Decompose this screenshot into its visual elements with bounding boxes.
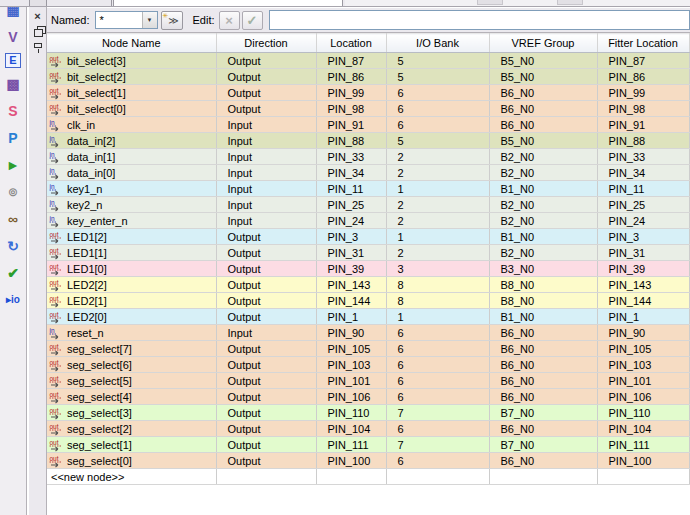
- fitter-location-cell[interactable]: PIN_90: [597, 325, 689, 341]
- fitter-location-cell[interactable]: PIN_100: [597, 453, 689, 469]
- fitter-location-cell[interactable]: PIN_39: [597, 261, 689, 277]
- node-name-cell[interactable]: <<new node>>: [47, 469, 216, 485]
- vref-group-cell[interactable]: B2_N0: [489, 165, 597, 181]
- fitter-location-cell[interactable]: PIN_105: [597, 341, 689, 357]
- io-bank-cell[interactable]: 2: [386, 149, 489, 165]
- fitter-location-cell[interactable]: PIN_143: [597, 277, 689, 293]
- location-cell[interactable]: PIN_99: [316, 85, 386, 101]
- io-bank-cell[interactable]: 1: [386, 309, 489, 325]
- direction-cell[interactable]: Input: [216, 181, 316, 197]
- fitter-location-cell[interactable]: PIN_91: [597, 117, 689, 133]
- col-header-vref-group[interactable]: VREF Group: [489, 34, 597, 53]
- vref-group-cell[interactable]: B6_N0: [489, 85, 597, 101]
- direction-cell[interactable]: Output: [216, 69, 316, 85]
- direction-cell[interactable]: Output: [216, 53, 316, 69]
- chevron-down-icon[interactable]: ▼: [142, 12, 157, 28]
- fitter-location-cell[interactable]: PIN_24: [597, 213, 689, 229]
- direction-cell[interactable]: Input: [216, 197, 316, 213]
- find-binoculars-icon[interactable]: ∞: [2, 208, 24, 230]
- table-row[interactable]: out LED2[1] Output PIN_144 8 B8_N0 PIN_1…: [47, 293, 689, 309]
- direction-cell[interactable]: Output: [216, 101, 316, 117]
- vref-group-cell[interactable]: B6_N0: [489, 101, 597, 117]
- node-name-cell[interactable]: in data_in[2]: [47, 133, 216, 149]
- table-row[interactable]: out LED2[2] Output PIN_143 8 B8_N0 PIN_1…: [47, 277, 689, 293]
- direction-cell[interactable]: Input: [216, 213, 316, 229]
- node-name-cell[interactable]: out LED1[0]: [47, 261, 216, 277]
- node-name-cell[interactable]: out seg_select[3]: [47, 405, 216, 421]
- fitter-location-cell[interactable]: PIN_87: [597, 53, 689, 69]
- fitter-location-cell[interactable]: PIN_99: [597, 85, 689, 101]
- direction-cell[interactable]: Input: [216, 325, 316, 341]
- vref-group-cell[interactable]: B2_N0: [489, 245, 597, 261]
- programmer-device-icon[interactable]: ►: [2, 154, 24, 176]
- fitter-location-cell[interactable]: PIN_31: [597, 245, 689, 261]
- direction-cell[interactable]: Output: [216, 277, 316, 293]
- vref-group-cell[interactable]: B6_N0: [489, 389, 597, 405]
- edit-value-field[interactable]: [269, 10, 690, 30]
- record-nodes-icon[interactable]: ◎: [2, 181, 24, 203]
- location-cell[interactable]: PIN_104: [316, 421, 386, 437]
- direction-cell[interactable]: Output: [216, 85, 316, 101]
- location-cell[interactable]: PIN_25: [316, 197, 386, 213]
- direction-cell[interactable]: Output: [216, 309, 316, 325]
- vref-group-cell[interactable]: B6_N0: [489, 453, 597, 469]
- vref-group-cell[interactable]: B6_N0: [489, 421, 597, 437]
- location-cell[interactable]: PIN_39: [316, 261, 386, 277]
- direction-cell[interactable]: Output: [216, 229, 316, 245]
- io-bank-cell[interactable]: 2: [386, 197, 489, 213]
- table-row[interactable]: in reset_n Input PIN_90 6 B6_N0 PIN_90: [47, 325, 689, 341]
- io-bank-cell[interactable]: 8: [386, 277, 489, 293]
- text-editor-icon[interactable]: E: [5, 53, 21, 68]
- block-editor-icon[interactable]: ▩: [2, 73, 24, 95]
- io-bank-cell[interactable]: 6: [386, 373, 489, 389]
- location-cell[interactable]: PIN_11: [316, 181, 386, 197]
- location-cell[interactable]: PIN_103: [316, 357, 386, 373]
- fitter-location-cell[interactable]: PIN_98: [597, 101, 689, 117]
- direction-cell[interactable]: Output: [216, 405, 316, 421]
- report-window-icon[interactable]: ▦: [2, 7, 24, 21]
- node-name-cell[interactable]: out seg_select[7]: [47, 341, 216, 357]
- direction-cell[interactable]: Input: [216, 133, 316, 149]
- pin-planner-icon[interactable]: P: [2, 127, 24, 149]
- edit-cancel-button[interactable]: ×: [219, 11, 240, 30]
- table-row[interactable]: in data_in[1] Input PIN_33 2 B2_N0 PIN_3…: [47, 149, 689, 165]
- vref-group-cell[interactable]: B6_N0: [489, 117, 597, 133]
- location-cell[interactable]: PIN_24: [316, 213, 386, 229]
- fitter-location-cell[interactable]: PIN_3: [597, 229, 689, 245]
- vref-group-cell[interactable]: B6_N0: [489, 373, 597, 389]
- io-bank-cell[interactable]: 1: [386, 229, 489, 245]
- io-assignment-icon[interactable]: ▸io: [2, 289, 24, 311]
- table-row[interactable]: out bit_select[0] Output PIN_98 6 B6_N0 …: [47, 101, 689, 117]
- location-cell[interactable]: PIN_101: [316, 373, 386, 389]
- location-cell[interactable]: [316, 469, 386, 485]
- table-row[interactable]: out LED1[2] Output PIN_3 1 B1_N0 PIN_3: [47, 229, 689, 245]
- io-bank-cell[interactable]: 6: [386, 85, 489, 101]
- location-cell[interactable]: PIN_88: [316, 133, 386, 149]
- direction-cell[interactable]: Output: [216, 437, 316, 453]
- io-bank-cell[interactable]: 6: [386, 389, 489, 405]
- location-cell[interactable]: PIN_34: [316, 165, 386, 181]
- vref-group-cell[interactable]: B8_N0: [489, 277, 597, 293]
- table-row[interactable]: out bit_select[1] Output PIN_99 6 B6_N0 …: [47, 85, 689, 101]
- location-cell[interactable]: PIN_98: [316, 101, 386, 117]
- vref-group-cell[interactable]: B1_N0: [489, 309, 597, 325]
- location-cell[interactable]: PIN_106: [316, 389, 386, 405]
- new-node-row[interactable]: <<new node>>: [47, 469, 689, 485]
- io-bank-cell[interactable]: 5: [386, 69, 489, 85]
- node-name-cell[interactable]: in data_in[0]: [47, 165, 216, 181]
- io-bank-cell[interactable]: [386, 469, 489, 485]
- vref-group-cell[interactable]: B3_N0: [489, 261, 597, 277]
- direction-cell[interactable]: Output: [216, 261, 316, 277]
- table-row[interactable]: out LED1[1] Output PIN_31 2 B2_N0 PIN_31: [47, 245, 689, 261]
- vref-group-cell[interactable]: B1_N0: [489, 229, 597, 245]
- fitter-location-cell[interactable]: PIN_104: [597, 421, 689, 437]
- io-bank-cell[interactable]: 6: [386, 341, 489, 357]
- direction-cell[interactable]: Input: [216, 117, 316, 133]
- node-name-cell[interactable]: out LED1[1]: [47, 245, 216, 261]
- direction-cell[interactable]: Input: [216, 149, 316, 165]
- table-row[interactable]: out seg_select[0] Output PIN_100 6 B6_N0…: [47, 453, 689, 469]
- node-name-cell[interactable]: in clk_in: [47, 117, 216, 133]
- col-header-node-name[interactable]: Node Name: [47, 34, 216, 53]
- location-cell[interactable]: PIN_86: [316, 69, 386, 85]
- location-cell[interactable]: PIN_110: [316, 405, 386, 421]
